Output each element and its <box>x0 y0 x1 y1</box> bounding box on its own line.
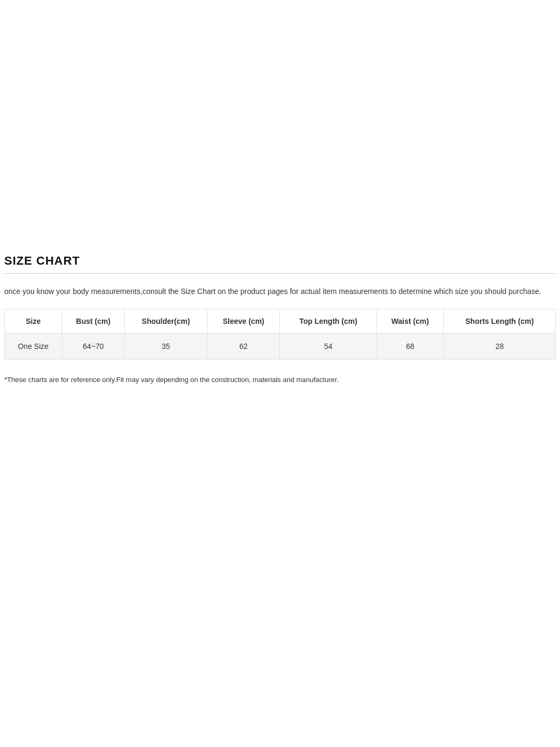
table-row: One Size 64~70 35 62 54 68 28 <box>5 333 556 360</box>
size-chart-section: SIZE CHART once you know your body measu… <box>4 254 556 417</box>
cell-size: One Size <box>5 333 62 360</box>
cell-bust: 64~70 <box>62 333 125 360</box>
table-header-row: Size Bust (cm) Shoulder(cm) Sleeve (cm) … <box>5 309 556 333</box>
disclaimer-text: *These charts are for reference only.Fit… <box>4 375 556 385</box>
col-header-shoulder: Shoulder(cm) <box>125 309 207 333</box>
col-header-size: Size <box>5 309 62 333</box>
section-divider <box>4 273 556 274</box>
top-spacer <box>4 0 556 254</box>
col-header-sleeve: Sleeve (cm) <box>207 309 280 333</box>
col-header-top-length: Top Length (cm) <box>280 309 377 333</box>
cell-waist: 68 <box>377 333 444 360</box>
description-text: once you know your body measurements,con… <box>4 285 556 297</box>
size-table: Size Bust (cm) Shoulder(cm) Sleeve (cm) … <box>4 309 556 360</box>
cell-shoulder: 35 <box>125 333 207 360</box>
cell-shorts-length: 28 <box>444 333 556 360</box>
col-header-bust: Bust (cm) <box>62 309 125 333</box>
cell-sleeve: 62 <box>207 333 280 360</box>
col-header-shorts-length: Shorts Length (cm) <box>444 309 556 333</box>
cell-top-length: 54 <box>280 333 377 360</box>
section-title: SIZE CHART <box>4 254 556 268</box>
col-header-waist: Waist (cm) <box>377 309 444 333</box>
page-wrapper: SIZE CHART once you know your body measu… <box>0 0 560 747</box>
